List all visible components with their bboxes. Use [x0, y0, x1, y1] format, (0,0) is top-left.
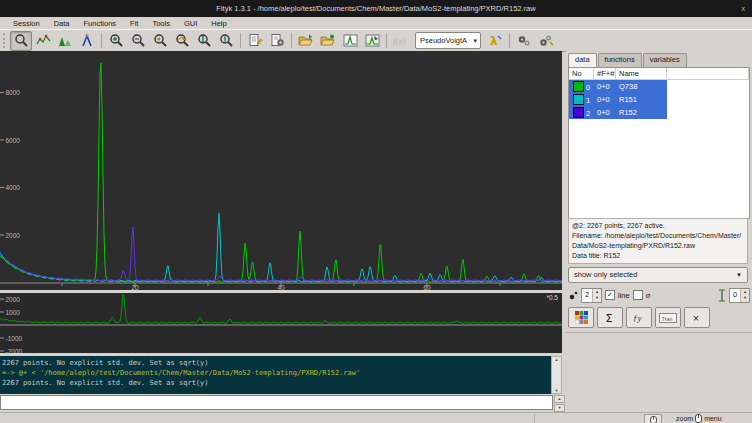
transform-data-button[interactable]: Tran — [655, 307, 681, 328]
column-header-name: Name — [616, 68, 667, 80]
function-labels-button[interactable]: ƒy — [626, 307, 652, 328]
menu-fit[interactable]: Fit — [123, 19, 145, 28]
history-up-icon[interactable]: ▲ — [554, 395, 565, 403]
dataset-function-count: 0+0 — [594, 106, 616, 119]
menu-session[interactable]: Session — [6, 19, 47, 28]
mouse-icon — [650, 416, 657, 423]
peak-type-value: PseudoVoigtA — [420, 36, 467, 45]
line-checkbox[interactable]: ✓ — [605, 290, 615, 300]
show-filter-dropdown[interactable]: show only selected ▼ — [568, 267, 748, 283]
dataset-function-count: 0+0 — [594, 93, 616, 106]
zoom-mode-button[interactable] — [10, 31, 32, 51]
data-colors-button[interactable] — [568, 307, 594, 328]
load-data-button[interactable] — [295, 31, 317, 51]
dataset-name: R151 — [616, 93, 667, 106]
svg-text:×: × — [693, 313, 699, 324]
title-bar: Fityk 1.3.1 - /home/aleplo/test/Document… — [0, 0, 752, 17]
stepper-down-icon[interactable]: ▼ — [741, 295, 749, 302]
auxiliary-plot-canvas[interactable]: 20001000-1000-2000 *0.5 — [0, 293, 562, 353]
mouse-icon — [695, 414, 702, 423]
svg-text:-1000: -1000 — [6, 335, 23, 342]
command-input[interactable] — [0, 395, 553, 410]
dataset-row[interactable]: 10+0R151 — [569, 93, 667, 106]
add-function-button[interactable]: f(x) — [390, 31, 412, 51]
add-peak-mode-button[interactable] — [54, 31, 76, 51]
status-bar: zoom menu — [0, 412, 752, 423]
dataset-color-swatch[interactable] — [573, 81, 584, 92]
run-fit-button[interactable] — [513, 31, 535, 51]
menubar: SessionDataFunctionsFitToolsGUIHelp — [0, 17, 752, 29]
output-scrollbar[interactable]: ▲ ▼ — [551, 356, 562, 394]
tab-variables[interactable]: variables — [643, 53, 687, 67]
history-down-icon[interactable]: ▼ — [554, 404, 565, 412]
dataset-row[interactable]: 00+0Q738 — [569, 80, 667, 93]
vertical-zoom-out-button[interactable] — [215, 31, 237, 51]
plot-controls-row: 2 ▲▼ ✓ line σ 0 ▲▼ — [568, 287, 750, 303]
close-x-icon: × — [692, 312, 702, 323]
run-script-button[interactable] — [266, 31, 288, 51]
data-range-mode-button[interactable] — [32, 31, 54, 51]
sigma-icon: Σ — [604, 311, 616, 324]
magnifier-icon — [14, 33, 29, 48]
dataset-color-swatch[interactable] — [573, 107, 584, 118]
menu-data[interactable]: Data — [47, 19, 77, 28]
activate-data-mode-button[interactable] — [76, 31, 98, 51]
flabel-icon: ƒy — [632, 311, 646, 324]
tab-functions[interactable]: functions — [598, 53, 642, 67]
menu-functions[interactable]: Functions — [77, 19, 124, 28]
scroll-up-icon[interactable]: ▲ — [555, 357, 559, 362]
sidebar-buttons-row: ΣƒyTran× — [568, 307, 710, 328]
statusbar-separator — [534, 414, 535, 423]
dataset-table-header: No#F+#Name — [569, 68, 749, 80]
scroll-down-icon[interactable]: ▼ — [555, 388, 559, 393]
input-history-scrollbar[interactable]: ▲ ▼ — [554, 395, 565, 412]
main-plot-canvas[interactable]: 2040602000400060008000 — [0, 51, 562, 290]
data-full-view-button[interactable] — [339, 31, 361, 51]
svg-text:2000: 2000 — [6, 232, 21, 239]
data-curve-icon — [36, 33, 51, 48]
filter-value: show only selected — [574, 270, 637, 279]
toolbar-separator — [240, 33, 241, 48]
folder-open2-icon — [320, 33, 336, 48]
zoom-all-button[interactable] — [171, 31, 193, 51]
delete-dataset-button[interactable]: × — [684, 307, 710, 328]
peak-type-select[interactable]: PseudoVoigtA▼ — [415, 32, 481, 49]
edit-script-button[interactable] — [244, 31, 266, 51]
menu-tools[interactable]: Tools — [145, 19, 177, 28]
add-peak-icon — [58, 33, 73, 48]
plot-icon — [343, 33, 358, 48]
previous-zoom-button[interactable] — [149, 31, 171, 51]
zoom-out-button[interactable] — [127, 31, 149, 51]
load-data-custom-button[interactable] — [317, 31, 339, 51]
sigma-checkbox-label: σ — [646, 291, 651, 300]
mouse-mode-button[interactable] — [644, 414, 662, 423]
toolbar-handle[interactable] — [3, 33, 7, 48]
svg-text:-2000: -2000 — [6, 348, 23, 354]
dataset-table[interactable]: No#F+#Name 00+0Q73810+0R15120+0R152 — [568, 67, 750, 219]
dataset-row[interactable]: 20+0R152 — [569, 106, 667, 119]
dataset-color-swatch[interactable] — [573, 94, 584, 105]
zoom-in-button[interactable] — [105, 31, 127, 51]
point-size-stepper[interactable]: 2 ▲▼ — [581, 288, 602, 303]
dataset-info: @2: 2267 points, 2267 active.Filename: /… — [568, 218, 748, 264]
menu-gui[interactable]: GUI — [177, 19, 204, 28]
sum-button[interactable]: Σ — [597, 307, 623, 328]
magnifier-left-icon — [153, 33, 168, 48]
stepper-down-icon[interactable]: ▼ — [593, 295, 601, 302]
lambda-icon: λ — [488, 33, 502, 48]
close-window-button[interactable]: x — [742, 0, 746, 17]
svg-text:Tran: Tran — [662, 316, 673, 322]
output-window[interactable]: 2267 points. No explicit std. dev. Set a… — [0, 356, 562, 394]
shift-stepper[interactable]: 0 ▲▼ — [729, 288, 750, 303]
sigma-checkbox[interactable] — [633, 290, 643, 300]
tab-data[interactable]: data — [568, 53, 597, 67]
svg-text:20: 20 — [131, 284, 139, 290]
menu-help[interactable]: Help — [204, 19, 233, 28]
data-edit-button[interactable] — [361, 31, 383, 51]
svg-text:ƒy: ƒy — [633, 313, 642, 323]
fit-settings-button[interactable] — [535, 31, 557, 51]
line-checkbox-label: line — [618, 291, 630, 300]
dataset-name: Q738 — [616, 80, 667, 93]
auto-add-peak-button[interactable]: λ — [484, 31, 506, 51]
vertical-zoom-in-button[interactable] — [193, 31, 215, 51]
